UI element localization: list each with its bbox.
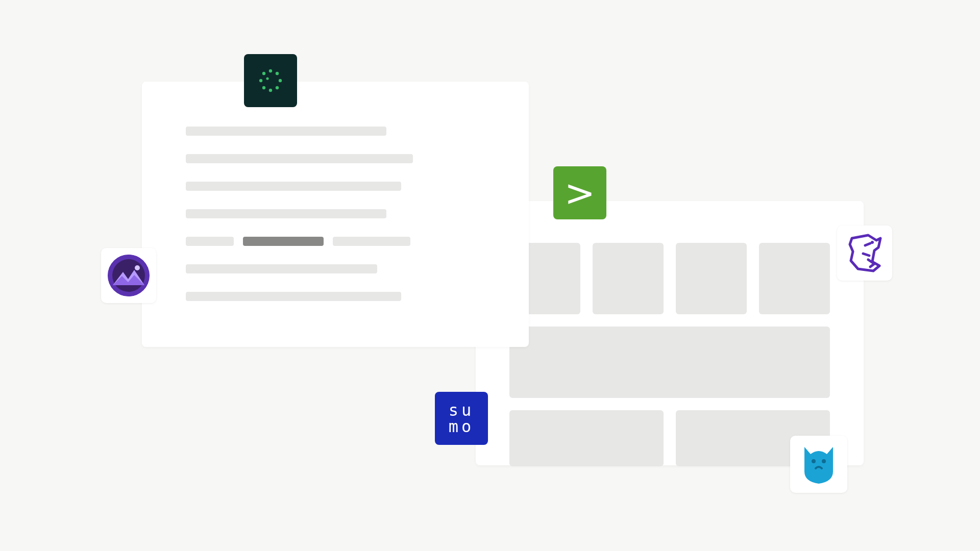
dog-outline-icon: [837, 226, 892, 281]
dashboard-tile: [759, 243, 830, 314]
purple-mountain-icon: [101, 248, 156, 303]
dashboard-row-split: [509, 410, 830, 466]
svg-point-8: [266, 77, 268, 80]
svg-point-11: [135, 265, 140, 270]
text-segment-highlight: [243, 237, 324, 246]
svg-point-0: [269, 69, 272, 72]
text-line: [186, 127, 386, 136]
svg-point-7: [262, 72, 265, 75]
dashboard-tile: [509, 410, 664, 466]
svg-point-6: [259, 79, 262, 82]
text-segment: [186, 237, 234, 246]
dashboard-tile-wide: [509, 327, 830, 398]
svg-point-14: [822, 459, 826, 463]
text-line: [186, 292, 401, 301]
svg-point-13: [812, 459, 816, 463]
text-line: [186, 182, 401, 191]
dashboard-row-chart: [509, 327, 830, 398]
sumo-line-1: su: [449, 402, 475, 418]
document-text-placeholder: [186, 127, 485, 316]
dashboard-card: [476, 201, 864, 465]
text-line: [186, 209, 386, 218]
dashboard-tile: [676, 243, 747, 314]
svg-point-5: [262, 86, 265, 89]
text-line: [186, 154, 413, 163]
sumo-icon: su mo: [435, 392, 488, 445]
dots-ring-svg: [257, 67, 284, 94]
illustration-canvas: > su mo: [0, 0, 980, 551]
dashboard-row-metrics: [509, 243, 830, 314]
svg-point-4: [269, 89, 272, 92]
svg-point-12: [871, 241, 874, 244]
dots-ring-icon: [244, 54, 297, 107]
dashboard-tile: [593, 243, 664, 314]
svg-point-2: [279, 79, 282, 82]
svg-point-3: [276, 86, 279, 89]
svg-point-1: [276, 72, 279, 75]
text-segment: [333, 237, 410, 246]
green-arrow-icon: >: [553, 166, 606, 219]
svg-point-10: [112, 259, 145, 292]
text-line: [186, 264, 377, 273]
arrow-glyph: >: [565, 174, 595, 211]
document-card: [142, 82, 529, 347]
sumo-line-2: mo: [449, 418, 475, 435]
blue-cat-icon: [790, 436, 847, 493]
highlighted-text-line: [186, 237, 485, 246]
